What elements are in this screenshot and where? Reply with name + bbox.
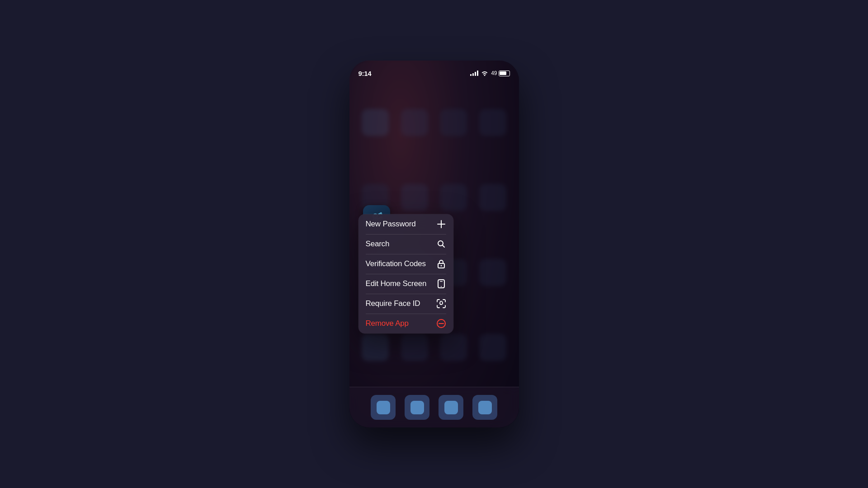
menu-item-remove-app[interactable]: Remove App xyxy=(359,314,453,333)
status-time: 9:14 xyxy=(359,70,372,77)
dock-icon-4[interactable] xyxy=(472,395,497,420)
signal-icon xyxy=(470,70,478,76)
svg-rect-15 xyxy=(440,281,443,282)
status-bar: 9:14 49 xyxy=(349,61,519,80)
dock-icon-2[interactable] xyxy=(405,395,429,420)
menu-item-search[interactable]: Search xyxy=(359,234,453,254)
plus-icon xyxy=(436,219,446,229)
search-icon xyxy=(436,239,446,249)
menu-item-new-password[interactable]: New Password xyxy=(359,214,453,234)
battery-container: 49 xyxy=(491,70,509,76)
context-menu: New Password Search Verification Codes xyxy=(359,214,453,333)
phone-edit-icon xyxy=(436,279,446,289)
battery-percent-label: 49 xyxy=(491,70,497,76)
remove-icon xyxy=(436,319,446,328)
menu-label-require-face-id: Require Face ID xyxy=(366,299,420,308)
lock-code-icon xyxy=(436,259,446,269)
dock-icon-3[interactable] xyxy=(439,395,463,420)
status-icons: 49 xyxy=(470,70,509,76)
menu-label-verification-codes: Verification Codes xyxy=(366,259,426,268)
dock xyxy=(349,387,519,427)
svg-point-14 xyxy=(441,286,442,287)
menu-label-edit-home-screen: Edit Home Screen xyxy=(366,279,427,288)
svg-point-16 xyxy=(439,302,440,303)
wifi-icon xyxy=(481,70,488,76)
svg-point-17 xyxy=(442,302,443,303)
dock-icon-1[interactable] xyxy=(371,395,396,420)
menu-item-require-face-id[interactable]: Require Face ID xyxy=(359,294,453,314)
faceid-icon xyxy=(436,299,446,309)
menu-label-search: Search xyxy=(366,239,390,249)
phone-frame: 9:14 49 xyxy=(349,61,519,427)
battery-icon xyxy=(499,70,510,76)
menu-item-edit-home-screen[interactable]: Edit Home Screen xyxy=(359,274,453,294)
svg-point-12 xyxy=(440,265,442,267)
menu-label-new-password: New Password xyxy=(366,220,416,229)
menu-item-verification-codes[interactable]: Verification Codes xyxy=(359,254,453,274)
menu-label-remove-app: Remove App xyxy=(366,319,409,328)
